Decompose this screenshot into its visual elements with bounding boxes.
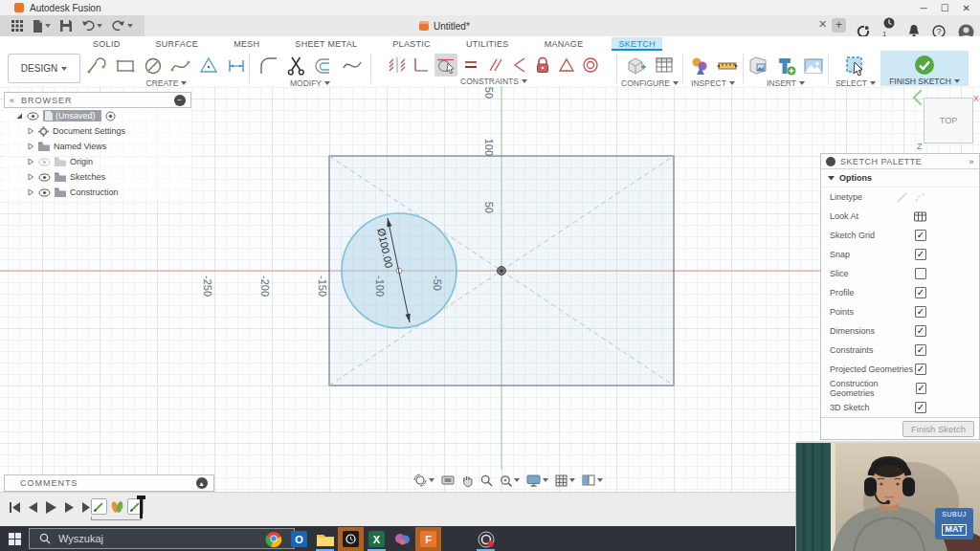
comments-panel[interactable]: COMMENTS ▴	[4, 474, 214, 492]
collapsed-caret-icon[interactable]	[27, 127, 34, 135]
collapsed-caret-icon[interactable]	[27, 143, 34, 150]
activate-radio-icon[interactable]	[105, 111, 116, 121]
zoom-tool[interactable]	[480, 474, 493, 487]
play-button[interactable]	[46, 501, 56, 514]
3d-sketch-checkbox[interactable]	[915, 402, 926, 413]
trim-scissors-icon[interactable]	[284, 54, 309, 78]
taskbar-excel-icon[interactable]: X	[364, 527, 390, 551]
minimize-button[interactable]: ─	[921, 3, 927, 13]
rectangle-tool-icon[interactable]	[113, 54, 138, 78]
sketch-grid-checkbox[interactable]	[915, 230, 926, 241]
collapsed-caret-icon[interactable]	[27, 158, 34, 165]
tab-manage[interactable]: MANAGE	[538, 37, 590, 51]
taskbar-explorer-icon[interactable]	[312, 527, 338, 551]
browser-options-icon[interactable]: −	[174, 95, 186, 106]
fit-tool[interactable]	[500, 474, 520, 487]
line-tool-icon[interactable]	[85, 54, 110, 78]
step-back-button[interactable]	[29, 502, 37, 513]
measure-tool-icon[interactable]	[687, 54, 712, 78]
pan-tool[interactable]	[461, 474, 474, 487]
look-at-icon[interactable]	[914, 211, 926, 222]
viewports-tool[interactable]	[582, 474, 603, 486]
browser-item-named-views[interactable]: Named Views	[4, 139, 191, 154]
equal-constraint-icon[interactable]	[460, 55, 481, 76]
close-button[interactable]: ✕	[963, 3, 970, 13]
taskbar-outlook-icon[interactable]: O	[286, 527, 312, 551]
tab-surface[interactable]: SURFACE	[149, 37, 206, 51]
concentric-constraint-icon[interactable]	[580, 55, 601, 76]
viewcube-face-label[interactable]: TOP	[940, 116, 957, 125]
root-document-chip[interactable]: (Unsaved)	[43, 110, 101, 121]
perpendicular-constraint-icon[interactable]	[508, 55, 529, 76]
dimension-tool-icon[interactable]	[224, 54, 249, 78]
configure-box-icon[interactable]	[624, 54, 649, 78]
collapse-panel-icon[interactable]: «	[10, 96, 15, 105]
projected-geometries-checkbox[interactable]	[915, 364, 926, 375]
redo-icon[interactable]	[112, 20, 133, 32]
tab-mesh[interactable]: MESH	[227, 37, 266, 51]
fillet-tool-icon[interactable]	[256, 54, 281, 78]
step-forward-button[interactable]	[65, 502, 74, 513]
polygon-tool-icon[interactable]	[196, 54, 221, 78]
viewcube[interactable]: TOP	[924, 98, 973, 143]
tab-sketch[interactable]: SKETCH	[612, 37, 661, 51]
constraints-checkbox[interactable]	[915, 344, 926, 356]
points-checkbox[interactable]	[915, 306, 926, 318]
configuration-table-icon[interactable]	[652, 54, 677, 78]
sketch-canvas[interactable]: Ø100.00 -250 -200 -150 -100 -50 150 100 …	[0, 86, 980, 492]
finish-sketch-menu[interactable]: FINISH SKETCH	[889, 77, 960, 86]
taskbar-recorder-icon-flashing[interactable]	[338, 527, 364, 551]
app-grid-icon[interactable]	[11, 20, 23, 32]
construction-line-icon[interactable]	[914, 191, 926, 204]
start-button[interactable]	[0, 526, 29, 551]
maximize-button[interactable]: ☐	[941, 3, 949, 13]
visibility-eye-icon[interactable]	[38, 173, 51, 182]
construction-geometries-checkbox[interactable]	[916, 383, 926, 394]
parallel-constraint-icon[interactable]	[484, 55, 505, 76]
finish-sketch-button[interactable]: FINISH SKETCH	[880, 51, 969, 86]
insert-image-icon[interactable]	[801, 54, 826, 78]
file-menu-icon[interactable]	[33, 20, 51, 33]
insert-fastener-icon[interactable]	[773, 54, 798, 78]
form-feature-icon[interactable]	[110, 499, 124, 514]
normal-line-icon[interactable]	[896, 191, 908, 204]
midpoint-constraint-icon[interactable]	[556, 55, 577, 76]
symmetry-constraint-icon[interactable]	[387, 55, 408, 76]
section-ruler-icon[interactable]	[715, 54, 740, 78]
browser-root-row[interactable]: (Unsaved)	[4, 108, 191, 123]
collapsed-caret-icon[interactable]	[27, 173, 34, 181]
undo-icon[interactable]	[81, 20, 102, 32]
comments-expand-icon[interactable]: ▴	[196, 477, 208, 489]
insert-canvas-icon[interactable]	[746, 54, 770, 78]
tangent-constraint-icon-active[interactable]	[434, 54, 457, 77]
select-tool-icon[interactable]	[843, 54, 868, 78]
display-settings[interactable]	[526, 474, 548, 487]
orbit-tool[interactable]	[413, 474, 434, 487]
taskbar-obs-icon[interactable]	[473, 527, 499, 551]
visibility-eye-icon-dimmed[interactable]	[38, 158, 51, 166]
new-tab-button[interactable]: +	[832, 18, 846, 33]
profile-checkbox[interactable]	[915, 287, 926, 298]
visibility-eye-icon[interactable]	[38, 188, 51, 197]
browser-item-construction[interactable]: Construction	[4, 185, 191, 200]
fix-lock-constraint-icon[interactable]	[532, 55, 553, 76]
browser-item-origin[interactable]: Origin	[4, 154, 191, 169]
options-section-header[interactable]: Options	[821, 169, 979, 187]
origin-point[interactable]	[498, 267, 506, 276]
finish-sketch-palette-button[interactable]: Finish Sketch	[902, 421, 974, 437]
linetype-controls[interactable]	[896, 191, 926, 204]
document-tab[interactable]: Untitled*	[419, 15, 470, 36]
modify-spline-icon[interactable]	[340, 54, 365, 78]
browser-header[interactable]: « BROWSER −	[4, 92, 191, 108]
circle-tool-icon[interactable]	[141, 54, 166, 78]
save-icon[interactable]	[60, 20, 72, 32]
collapsed-caret-icon[interactable]	[27, 188, 34, 196]
sketch-feature-icon[interactable]	[91, 498, 107, 515]
grid-layout-settings[interactable]	[555, 474, 575, 487]
taskbar-search-input[interactable]: Wyszukaj	[29, 528, 295, 549]
taskbar-chrome-icon[interactable]	[260, 527, 286, 551]
browser-item-sketches[interactable]: Sketches	[4, 169, 191, 185]
snap-checkbox[interactable]	[915, 249, 926, 260]
spline-tool-icon[interactable]	[168, 54, 193, 78]
offset-tool-icon[interactable]	[312, 54, 337, 78]
